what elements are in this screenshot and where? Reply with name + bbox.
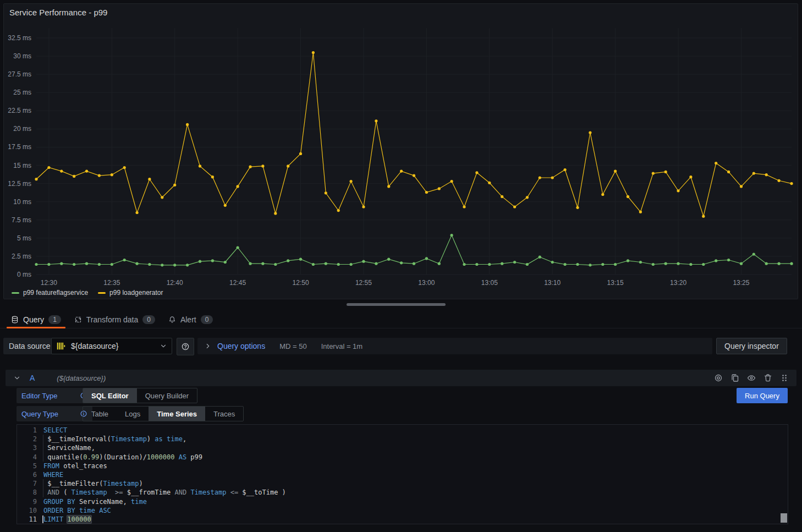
tab-count-badge: 1 <box>48 315 61 324</box>
line-number: 5 <box>17 462 37 470</box>
svg-text:25 ms: 25 ms <box>13 89 31 96</box>
svg-text:27.5 ms: 27.5 ms <box>8 70 31 78</box>
tab-count-badge: 0 <box>142 315 155 324</box>
svg-text:12:55: 12:55 <box>355 279 372 287</box>
line-number: 1 <box>17 426 37 435</box>
editor-type-query-builder[interactable]: Query Builder <box>137 388 197 403</box>
panel-editor-tabs: Query1Transform data0Alert0 <box>0 311 802 328</box>
svg-text:7.5 ms: 7.5 ms <box>12 216 31 224</box>
svg-text:12:30: 12:30 <box>41 279 57 287</box>
svg-text:13:05: 13:05 <box>481 279 498 287</box>
collapse-chevron-icon[interactable] <box>13 374 21 382</box>
timeseries-chart[interactable]: 0 ms2.5 ms5 ms7.5 ms10 ms12.5 ms15 ms17.… <box>4 4 798 299</box>
editor-type-toggle: SQL EditorQuery Builder <box>83 388 197 403</box>
record-icon[interactable] <box>714 374 723 382</box>
legend-series-name: p99 featureflagservice <box>23 289 88 297</box>
legend-series-color <box>98 292 106 294</box>
svg-text:13:00: 13:00 <box>418 279 435 287</box>
tab-count-badge: 0 <box>201 315 213 324</box>
chart-panel: Service Performance - p99 0 ms2.5 ms5 ms… <box>3 3 798 299</box>
query-type-label: Query Type <box>21 410 58 418</box>
svg-text:5 ms: 5 ms <box>17 234 31 242</box>
svg-text:20 ms: 20 ms <box>13 125 31 133</box>
line-number: 9 <box>17 497 37 506</box>
trash-icon[interactable] <box>763 374 772 382</box>
code-line-content: $__timeFilter(Timestamp) <box>43 479 143 488</box>
svg-text:12:50: 12:50 <box>293 279 309 287</box>
editor-scrollbar-thumb[interactable] <box>781 513 787 523</box>
active-tab-underline <box>7 327 65 328</box>
code-line-10[interactable]: 10ORDER BY time ASC <box>17 506 788 515</box>
svg-text:12:40: 12:40 <box>167 279 183 287</box>
svg-text:30 ms: 30 ms <box>13 52 31 60</box>
code-line-9[interactable]: 9GROUP BY ServiceName, time <box>17 497 788 506</box>
query-datasource-hint: (${datasource}) <box>57 374 106 382</box>
clickhouse-logo <box>56 341 66 351</box>
svg-text:15 ms: 15 ms <box>13 162 31 169</box>
tab-query[interactable]: Query1 <box>4 311 68 328</box>
bell-icon <box>168 316 176 323</box>
editor-type-sql-editor[interactable]: SQL Editor <box>83 388 137 403</box>
query-type-toggle: TableLogsTime SeriesTraces <box>83 406 244 421</box>
code-line-1[interactable]: 1SELECT <box>17 426 788 435</box>
chart-legend: p99 featureflagservicep99 loadgenerator <box>12 289 163 297</box>
code-line-8[interactable]: 8 AND ( Timestamp >= $__fromTime AND Tim… <box>17 488 788 497</box>
code-line-content: ServiceName, <box>43 443 95 452</box>
svg-text:2.5 ms: 2.5 ms <box>12 253 31 260</box>
svg-text:12.5 ms: 12.5 ms <box>8 180 31 188</box>
line-number: 4 <box>17 453 37 462</box>
query-row-actions <box>714 374 789 382</box>
code-line-content: $__timeInterval(Timestamp) as time, <box>43 435 186 443</box>
tab-transform-data[interactable]: Transform data0 <box>68 311 162 328</box>
code-line-content: FROM otel_traces <box>43 462 107 470</box>
code-line-4[interactable]: 4 quantile(0.99)(Duration)/1000000 AS p9… <box>17 453 788 462</box>
query-inspector-button[interactable]: Query inspector <box>716 338 787 354</box>
code-line-content: WHERE <box>43 470 63 479</box>
query-type-traces[interactable]: Traces <box>205 407 243 421</box>
editor-type-label: Editor Type <box>21 392 58 400</box>
sql-code-editor[interactable]: 1SELECT2 $__timeInterval(Timestamp) as t… <box>17 424 788 524</box>
tab-alert[interactable]: Alert0 <box>162 311 219 328</box>
question-circle-icon <box>181 342 190 351</box>
legend-item[interactable]: p99 featureflagservice <box>12 289 88 297</box>
grip-icon[interactable] <box>780 374 789 382</box>
query-options-link[interactable]: Query options <box>217 342 265 350</box>
query-type-logs[interactable]: Logs <box>117 407 149 421</box>
run-query-button[interactable]: Run Query <box>737 388 788 403</box>
tab-label: Alert <box>180 315 196 324</box>
line-number: 2 <box>17 435 37 443</box>
query-options-header[interactable]: Query options MD = 50 Interval = 1m <box>197 338 712 354</box>
code-line-content: LIMIT 100000 <box>43 515 91 524</box>
svg-text:0 ms: 0 ms <box>17 271 31 278</box>
tab-label: Transform data <box>86 315 138 324</box>
code-line-2[interactable]: 2 $__timeInterval(Timestamp) as time, <box>17 435 788 443</box>
legend-item[interactable]: p99 loadgenerator <box>98 289 163 297</box>
svg-text:17.5 ms: 17.5 ms <box>8 143 31 151</box>
eye-icon[interactable] <box>747 374 756 382</box>
svg-text:12:35: 12:35 <box>103 279 120 287</box>
database-icon <box>11 316 19 323</box>
data-source-picker[interactable]: ${datasource} <box>51 338 172 354</box>
line-number: 3 <box>17 443 37 452</box>
query-type-time-series[interactable]: Time Series <box>149 407 205 421</box>
code-line-7[interactable]: 7 $__timeFilter(Timestamp) <box>17 479 788 488</box>
query-type-table[interactable]: Table <box>83 407 117 421</box>
code-line-content: GROUP BY ServiceName, time <box>43 497 147 506</box>
line-number: 11 <box>17 515 37 524</box>
panel-title[interactable]: Service Performance - p99 <box>9 8 107 17</box>
svg-text:32.5 ms: 32.5 ms <box>8 34 31 42</box>
code-line-content: ORDER BY time ASC <box>43 506 111 515</box>
editor-type-field: Editor Type <box>17 388 92 403</box>
horizontal-scrollbar-thumb[interactable] <box>347 303 446 306</box>
code-line-3[interactable]: 3 ServiceName, <box>17 443 788 452</box>
datasource-help-button[interactable] <box>177 338 194 355</box>
code-line-11[interactable]: 11LIMIT 100000 <box>17 515 788 524</box>
chevron-down-icon <box>160 342 167 350</box>
data-source-label: Data source <box>3 338 56 354</box>
query-row-header[interactable]: A (${datasource}) <box>6 370 796 386</box>
data-source-value: ${datasource} <box>71 342 160 350</box>
code-line-5[interactable]: 5FROM otel_traces <box>17 462 788 470</box>
code-line-6[interactable]: 6WHERE <box>17 470 788 479</box>
svg-text:13:20: 13:20 <box>670 279 686 287</box>
copy-icon[interactable] <box>730 374 739 382</box>
